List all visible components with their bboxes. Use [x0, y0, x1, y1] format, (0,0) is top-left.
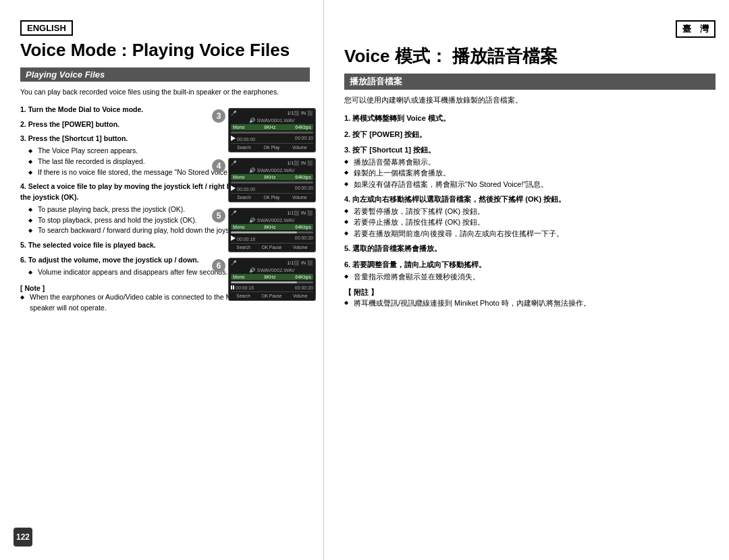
- cn-note-box: 【 附註 】 將耳機或聲訊/視訊纜線連接到 Miniket Photo 時，內建…: [344, 287, 716, 309]
- pause-icon: [231, 285, 234, 289]
- mic-icon: 🎤: [231, 260, 237, 266]
- device-info-row: Mono8KHz64Kbps: [231, 174, 313, 180]
- device-info-row: Mono8KHz64Kbps: [231, 124, 313, 130]
- cn-step-6-bullet-1: 音量指示燈將會顯示並在幾秒後消失。: [344, 271, 716, 283]
- device-time-row: 00:00:1600:00:20: [231, 285, 313, 290]
- devices-area: 3🎤1/1⬛ IN ⬛🔊 SWAV0001.WAVMono8KHz64Kbps0…: [212, 108, 317, 301]
- play-icon: [231, 235, 236, 241]
- device-filename: 🔊 SWAV0002.WAV: [231, 167, 313, 173]
- device-info-row: Mono8KHz64Kbps: [231, 224, 313, 230]
- cn-step-4-bullet-2: 若要停止播放，請按住搖桿 (OK) 按鈕。: [344, 217, 716, 228]
- cn-steps: 1. 將模式轉盤轉到 Voice 模式。 2. 按下 [POWER] 按鈕。 3…: [344, 113, 716, 282]
- right-section-header: 播放語音檔案: [344, 74, 716, 90]
- device-row-4: 4🎤1/1⬛ IN ⬛🔊 SWAV0002.WAVMono8KHz64Kbps0…: [212, 158, 317, 202]
- mic-icon: 🎤: [231, 211, 237, 216]
- device-step-num: 5: [212, 209, 225, 223]
- device-screen: 🎤1/1⬛ IN ⬛🔊 SWAV0002.WAVMono8KHz64Kbps00…: [228, 258, 316, 301]
- cn-step-3-bullet-3: 如果沒有儲存語音檔案，將會顯示"No Stored Voice!"訊息。: [344, 179, 716, 190]
- device-screen: 🎤1/1⬛ IN ⬛🔊 SWAV0002.WAVMono8KHz64Kbps00…: [228, 208, 316, 252]
- lang-badge: ENGLISH: [20, 20, 73, 36]
- cn-note-text: 將耳機或聲訊/視訊纜線連接到 Miniket Photo 時，內建喇叭將無法操作…: [344, 298, 716, 309]
- cn-step-3-bullet-2: 錄製的上一個檔案將會播放。: [344, 167, 716, 179]
- device-filename: 🔊 SWAV0002.WAV: [231, 217, 313, 223]
- section-header: Playing Voice Files: [20, 67, 310, 82]
- device-time-row: 00:00:0000:00:20: [231, 186, 313, 192]
- cn-step-6-main: 6. 若要調整音量，請向上或向下移動搖桿。: [344, 259, 716, 271]
- device-row-3: 3🎤1/1⬛ IN ⬛🔊 SWAV0001.WAVMono8KHz64Kbps0…: [212, 108, 317, 152]
- device-progress-bar: [231, 181, 313, 184]
- cn-step-6: 6. 若要調整音量，請向上或向下移動搖桿。 音量指示燈將會顯示並在幾秒後消失。: [344, 259, 716, 282]
- lang-badge-right: 臺 灣: [676, 20, 716, 38]
- left-column: ENGLISH Voice Mode : Playing Voice Files…: [0, 0, 324, 560]
- device-progress-fill: [231, 281, 297, 283]
- page: ENGLISH Voice Mode : Playing Voice Files…: [0, 0, 729, 560]
- cn-step-5: 5. 選取的語音檔案將會播放。: [344, 243, 716, 255]
- device-progress-bar: [231, 231, 313, 233]
- right-column: 臺 灣 Voice 模式： 播放語音檔案 播放語音檔案 您可以使用內建喇叭或連接…: [324, 0, 729, 560]
- device-row-6: 6🎤1/1⬛ IN ⬛🔊 SWAV0002.WAVMono8KHz64Kbps0…: [212, 258, 317, 301]
- device-filename: 🔊 SWAV0001.WAV: [231, 117, 313, 123]
- cn-step-2: 2. 按下 [POWER] 按鈕。: [344, 129, 716, 141]
- cn-step-4: 4. 向左或向右移動搖桿以選取語音檔案，然後按下搖桿 (OK) 按鈕。 若要暫停…: [344, 194, 716, 239]
- device-bottom-bar: SearchOK PlayVolume: [231, 193, 313, 200]
- device-step-num: 3: [212, 109, 225, 123]
- device-screen: 🎤1/1⬛ IN ⬛🔊 SWAV0002.WAVMono8KHz64Kbps00…: [228, 158, 316, 202]
- cn-step-2-main: 2. 按下 [POWER] 按鈕。: [344, 129, 716, 141]
- cn-step-4-main: 4. 向左或向右移動搖桿以選取語音檔案，然後按下搖桿 (OK) 按鈕。: [344, 194, 716, 206]
- cn-step-4-bullet-1: 若要暫停播放，請按下搖桿 (OK) 按鈕。: [344, 206, 716, 217]
- device-progress-bar: [231, 132, 313, 134]
- device-time-row: 00:00:0000:00:10: [231, 136, 313, 142]
- device-step-num: 4: [212, 159, 225, 173]
- mic-icon: 🎤: [231, 161, 237, 166]
- device-bottom-bar: SearchOK PlayVolume: [231, 143, 313, 150]
- device-step-num: 6: [212, 259, 225, 273]
- device-progress-bar: [231, 281, 313, 283]
- device-progress-fill: [231, 231, 297, 233]
- cn-step-1: 1. 將模式轉盤轉到 Voice 模式。: [344, 113, 716, 125]
- page-title: Voice Mode : Playing Voice Files: [20, 40, 310, 61]
- device-row-5: 5🎤1/1⬛ IN ⬛🔊 SWAV0002.WAVMono8KHz64Kbps0…: [212, 208, 317, 252]
- cn-note-label: 【 附註 】: [344, 287, 716, 298]
- cn-step-1-main: 1. 將模式轉盤轉到 Voice 模式。: [344, 113, 716, 125]
- device-filename: 🔊 SWAV0002.WAV: [231, 267, 313, 273]
- play-icon: [231, 186, 236, 191]
- cn-step-5-main: 5. 選取的語音檔案將會播放。: [344, 243, 716, 255]
- right-page-title: Voice 模式： 播放語音檔案: [344, 46, 716, 67]
- device-bottom-bar: SearchOK PauseVolume: [231, 243, 313, 250]
- device-bottom-bar: SearchOK PauseVolume: [231, 291, 313, 298]
- cn-step-4-bullet-3: 若要在播放期間前進/向後搜尋，請向左或向右按住搖桿一下子。: [344, 228, 716, 240]
- cn-step-3-bullet-1: 播放語音螢幕將會顯示。: [344, 157, 716, 168]
- intro-text: You can play back recorded voice files u…: [20, 87, 310, 98]
- right-intro: 您可以使用內建喇叭或連接耳機播放錄製的語音檔案。: [344, 95, 716, 106]
- device-time-row: 00:00:1600:00:20: [231, 235, 313, 242]
- cn-step-3-main: 3. 按下 [Shortcut 1] 按鈕。: [344, 144, 716, 157]
- mic-icon: 🎤: [231, 111, 237, 116]
- page-number: 122: [14, 528, 32, 547]
- device-info-row: Mono8KHz64Kbps: [231, 274, 313, 280]
- device-screen: 🎤1/1⬛ IN ⬛🔊 SWAV0001.WAVMono8KHz64Kbps00…: [228, 108, 316, 152]
- cn-step-3: 3. 按下 [Shortcut 1] 按鈕。 播放語音螢幕將會顯示。 錄製的上一…: [344, 144, 716, 190]
- play-icon: [231, 136, 236, 141]
